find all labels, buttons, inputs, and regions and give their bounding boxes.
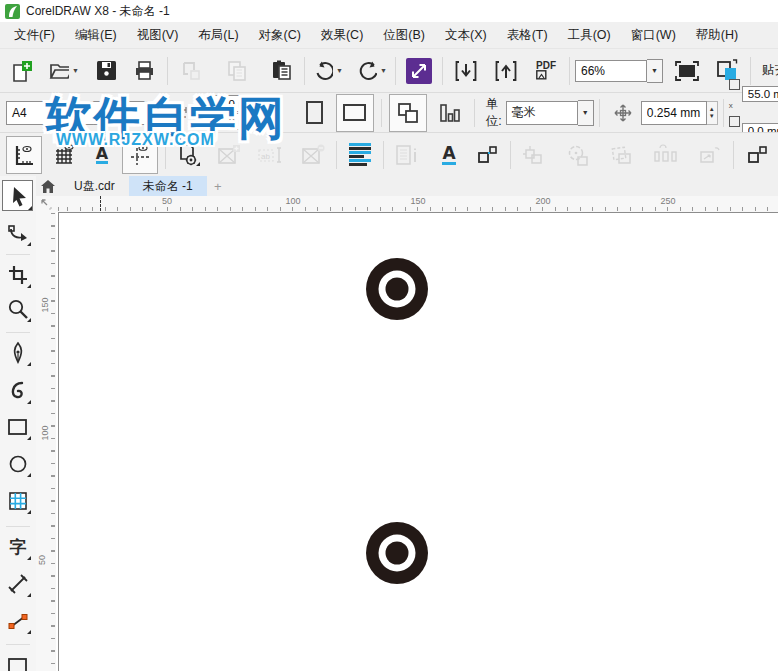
portrait-icon bbox=[306, 101, 323, 124]
menu-text[interactable]: 文本(X) bbox=[435, 23, 497, 48]
print-button[interactable] bbox=[128, 54, 160, 88]
toolbox-divider bbox=[6, 526, 30, 527]
text-align-button[interactable] bbox=[344, 138, 376, 172]
toolbar-separator bbox=[510, 141, 511, 169]
menu-view[interactable]: 视图(V) bbox=[127, 23, 189, 48]
duplicate-x-input[interactable] bbox=[742, 86, 778, 102]
all-pages-button[interactable] bbox=[389, 94, 427, 132]
document-tab-untitled[interactable]: 未命名 -1 bbox=[129, 176, 207, 196]
zoom-tool[interactable] bbox=[5, 296, 31, 322]
edit-text2-icon: A bbox=[442, 145, 455, 165]
shape-tool[interactable] bbox=[5, 220, 31, 246]
text-tool[interactable]: 字 bbox=[5, 534, 31, 560]
pdf-publish-button[interactable]: PDF bbox=[530, 54, 562, 88]
toolbar-separator bbox=[599, 99, 600, 127]
export-button[interactable] bbox=[490, 54, 522, 88]
fill-tool[interactable] bbox=[5, 652, 31, 671]
portrait-button[interactable] bbox=[298, 94, 332, 132]
menu-tools[interactable]: 工具(O) bbox=[558, 23, 621, 48]
menu-object[interactable]: 对象(C) bbox=[249, 23, 311, 48]
nudge-icon bbox=[607, 96, 639, 130]
ellipse-tool[interactable] bbox=[5, 451, 31, 477]
pen-tool[interactable] bbox=[5, 340, 31, 366]
open-button[interactable]: ▼ bbox=[48, 54, 80, 88]
document-tab-bar: U盘.cdr 未命名 -1 + bbox=[36, 176, 778, 196]
title-bar: CorelDRAW X8 - 未命名 -1 bbox=[0, 0, 778, 22]
redo-button[interactable]: ▼ bbox=[356, 54, 388, 88]
document-info-button bbox=[391, 138, 423, 172]
toolbox-divider bbox=[6, 332, 30, 333]
ruler-toggle-button[interactable] bbox=[6, 136, 42, 174]
toolbox-divider bbox=[6, 254, 30, 255]
save-button[interactable] bbox=[90, 54, 122, 88]
bullseye-top[interactable] bbox=[366, 258, 428, 320]
menu-effects[interactable]: 效果(C) bbox=[311, 23, 373, 48]
text-frame-remove-button bbox=[297, 138, 329, 172]
dimension-tool[interactable] bbox=[5, 571, 31, 597]
zoom-level-combo: ▼ bbox=[575, 59, 663, 83]
curve-tool[interactable] bbox=[5, 378, 31, 404]
current-page-button[interactable] bbox=[431, 94, 467, 132]
connector-tool[interactable] bbox=[5, 608, 31, 634]
pick-tool[interactable] bbox=[2, 180, 33, 211]
fullscreen-preview-button[interactable] bbox=[671, 54, 703, 88]
menu-table[interactable]: 表格(T) bbox=[497, 23, 558, 48]
transform-button bbox=[606, 138, 638, 172]
undo-dropdown-arrow[interactable]: ▼ bbox=[336, 67, 343, 74]
ruler-origin-button[interactable] bbox=[36, 196, 56, 212]
open-dropdown-arrow[interactable]: ▼ bbox=[72, 67, 79, 74]
menu-help[interactable]: 帮助(H) bbox=[686, 23, 748, 48]
text-align-icon bbox=[349, 142, 371, 167]
graph-paper-tool[interactable] bbox=[5, 488, 31, 514]
nudge-spinner[interactable]: ▲▼ bbox=[707, 101, 718, 125]
copy-button bbox=[221, 54, 253, 88]
bullseye-bottom[interactable] bbox=[366, 522, 428, 584]
home-tab-button[interactable] bbox=[36, 176, 60, 196]
all-pages-icon bbox=[397, 102, 419, 124]
cut-button bbox=[175, 54, 207, 88]
watermark-url: WWW.RJZXW.COM bbox=[56, 131, 215, 149]
nudge-input[interactable] bbox=[641, 101, 707, 125]
document-tab-udisk[interactable]: U盘.cdr bbox=[60, 176, 129, 196]
toolbar-separator bbox=[336, 141, 337, 169]
node-align-button[interactable] bbox=[471, 138, 503, 172]
app-launch-button[interactable] bbox=[403, 54, 435, 88]
canvas-shapes bbox=[56, 212, 778, 671]
menu-bitmaps[interactable]: 位图(B) bbox=[373, 23, 435, 48]
import-button[interactable] bbox=[450, 54, 482, 88]
new-document-button[interactable] bbox=[6, 54, 38, 88]
landscape-icon bbox=[343, 104, 366, 121]
redo-dropdown-arrow[interactable]: ▼ bbox=[380, 67, 387, 74]
drawing-canvas[interactable] bbox=[56, 212, 778, 671]
toolbar-separator bbox=[167, 57, 168, 85]
toolbar-separator bbox=[381, 99, 382, 127]
menu-file[interactable]: 文件(F) bbox=[4, 23, 65, 48]
menu-layout[interactable]: 布局(L) bbox=[188, 23, 248, 48]
menu-edit[interactable]: 编辑(E) bbox=[65, 23, 127, 48]
paste-button[interactable] bbox=[265, 54, 297, 88]
new-tab-button[interactable]: + bbox=[207, 176, 229, 196]
edit-text2-button[interactable]: A bbox=[433, 138, 465, 172]
rectangle-tool[interactable] bbox=[5, 414, 31, 440]
landscape-button[interactable] bbox=[336, 94, 374, 132]
horizontal-ruler[interactable]: 50 100 150 200 250 bbox=[56, 196, 778, 213]
pdf-label: PDF bbox=[536, 60, 556, 71]
ruler-toggle-icon bbox=[12, 143, 36, 167]
zoom-level-dropdown[interactable]: ▼ bbox=[647, 59, 663, 83]
nudge-combo: ▲▼ bbox=[641, 101, 718, 125]
vertical-ruler[interactable]: 150 100 50 bbox=[36, 212, 57, 671]
units-value[interactable]: 毫米 bbox=[506, 101, 578, 125]
undo-button[interactable]: ▼ bbox=[312, 54, 344, 88]
align-distribute-button bbox=[518, 138, 550, 172]
node-align2-icon bbox=[746, 144, 768, 166]
node-align2-button[interactable] bbox=[741, 138, 773, 172]
scale-button bbox=[694, 138, 726, 172]
text-tool-glyph: 字 bbox=[10, 536, 27, 559]
units-dropdown[interactable]: ▼ bbox=[578, 100, 594, 126]
zoom-level-input[interactable] bbox=[575, 60, 647, 82]
units-label: 单位: bbox=[486, 96, 502, 130]
crop-tool[interactable] bbox=[5, 262, 31, 288]
ruler-origin-icon bbox=[40, 198, 52, 210]
menu-window[interactable]: 窗口(W) bbox=[621, 23, 686, 48]
menu-bar: 文件(F) 编辑(E) 视图(V) 布局(L) 对象(C) 效果(C) 位图(B… bbox=[0, 22, 778, 48]
